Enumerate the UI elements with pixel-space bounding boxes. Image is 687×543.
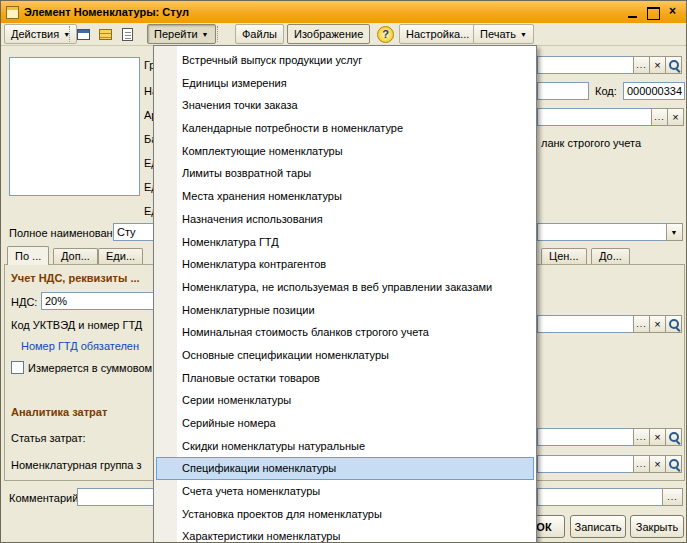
nomenclature-group-label: Номенклатурная группа з [11, 459, 142, 471]
vat-field[interactable]: 20% [41, 292, 156, 310]
form-icon [77, 29, 90, 40]
magnifier-icon [668, 318, 680, 330]
menu-item[interactable]: Номинальная стоимость бланков строгого у… [154, 321, 536, 344]
group-field[interactable] [537, 56, 634, 74]
go-label: Перейти [154, 28, 198, 40]
go-button[interactable]: Перейти ▼ [147, 24, 216, 44]
menu-item[interactable]: Встречный выпуск продукции услуг [154, 49, 536, 72]
actions-button[interactable]: Действия ▼ [4, 24, 77, 44]
comment-label: Комментарий: [9, 492, 81, 504]
clear-button[interactable]: × [649, 428, 666, 446]
tab-additional[interactable]: Доп... [53, 248, 98, 264]
menu-item[interactable]: Основные спецификации номенклатуры [154, 344, 536, 367]
open-button[interactable] [665, 56, 682, 74]
menu-item[interactable]: Единицы измерения [154, 72, 536, 95]
comment-field-right[interactable] [537, 488, 664, 506]
title-bar: Элемент Номенклатуры: Стул × [1, 1, 686, 23]
actions-label: Действия [11, 28, 59, 40]
full-name-field-right[interactable] [537, 223, 668, 241]
tab-units[interactable]: Еди... [98, 248, 143, 264]
comment-field[interactable] [77, 488, 156, 506]
full-name-label: Полное наименование: [9, 227, 128, 239]
sum-accounting-checkbox-label: Измеряется в суммовом [28, 362, 152, 374]
document-icon-button[interactable] [117, 25, 137, 44]
cost-item-field-buttons: ... × [634, 428, 682, 446]
magnifier-icon [668, 59, 680, 71]
open-button[interactable] [665, 455, 682, 473]
choose-button[interactable]: ... [651, 108, 668, 126]
print-button[interactable]: Печать ▼ [473, 24, 534, 44]
choose-button[interactable]: ... [662, 488, 683, 506]
print-label: Печать [480, 28, 516, 40]
settings-button[interactable]: Настройка... [399, 24, 476, 44]
help-button[interactable]: ? [377, 26, 394, 43]
menu-item[interactable]: Места хранения номенклатуры [154, 185, 536, 208]
choose-button[interactable]: ... [633, 56, 650, 74]
clear-button[interactable]: × [649, 455, 666, 473]
image-preview-box[interactable] [9, 57, 140, 196]
tab-extra[interactable]: До... [591, 248, 630, 264]
menu-item[interactable]: Лимиты возвратной тары [154, 162, 536, 185]
strict-accounting-checkbox-label: ланк строгого учета [541, 137, 641, 149]
form-icon-button[interactable] [73, 25, 93, 44]
go-dropdown-menu: Встречный выпуск продукции услуг Единицы… [153, 45, 537, 543]
menu-item[interactable]: Календарные потребности в номенклатуре [154, 117, 536, 140]
image-button[interactable]: Изображение [287, 24, 370, 44]
menu-item[interactable]: Скидки номенклатуры натуральные [154, 435, 536, 458]
chevron-down-icon: ▼ [520, 31, 527, 38]
window: Элемент Номенклатуры: Стул × Действия ▼ … [0, 0, 687, 543]
sum-accounting-checkbox[interactable] [11, 361, 24, 374]
menu-item[interactable]: Значения точки заказа [154, 94, 536, 117]
save-button[interactable]: Записать [570, 515, 626, 538]
menu-item[interactable]: Характеристики номенклатуры [154, 525, 536, 543]
choose-button[interactable]: ... [633, 315, 650, 333]
menu-item[interactable]: Установка проектов для номенклатуры [154, 503, 536, 526]
clear-button[interactable]: × [667, 108, 684, 126]
article-field[interactable] [537, 108, 652, 126]
open-button[interactable] [665, 315, 682, 333]
nomenclature-item-icon [6, 6, 19, 19]
clear-button[interactable]: × [649, 56, 666, 74]
window-title: Элемент Номенклатуры: Стул [24, 6, 624, 18]
menu-item-selected[interactable]: Спецификации номенклатуры [156, 457, 534, 480]
menu-item[interactable]: Номенклатурные позиции [154, 299, 536, 322]
menu-item[interactable]: Номенклатура контрагентов [154, 253, 536, 276]
comment-field-buttons: ... [663, 488, 683, 506]
menu-item[interactable]: Серийные номера [154, 412, 536, 435]
choose-button[interactable]: ... [633, 455, 650, 473]
close-form-button[interactable]: Закрыть [630, 515, 684, 538]
menu-item[interactable]: Номенклатура ГТД [154, 231, 536, 254]
close-button[interactable]: × [664, 5, 681, 20]
tab-prices[interactable]: Цен... [541, 248, 587, 264]
magnifier-icon [668, 431, 680, 443]
gtd-required-link[interactable]: Номер ГТД обязателен [21, 340, 139, 352]
nomenclature-group-field-buttons: ... × [634, 455, 682, 473]
combo-arrow-button[interactable]: ▼ [666, 223, 683, 241]
files-button[interactable]: Файлы [235, 24, 284, 44]
menu-item[interactable]: Назначения использования [154, 208, 536, 231]
code-field[interactable]: 000000334 [623, 82, 685, 100]
toolbar: Действия ▼ Перейти ▼ Файлы Изображение ?… [1, 23, 686, 46]
name-field[interactable] [537, 82, 589, 100]
nomenclature-group-field[interactable] [537, 455, 634, 473]
clear-button[interactable]: × [649, 315, 666, 333]
tab-main[interactable]: По ... [7, 246, 49, 265]
minimize-button[interactable] [624, 5, 641, 20]
menu-item[interactable]: Номенклатура, не используемая в веб упра… [154, 276, 536, 299]
open-button[interactable] [665, 428, 682, 446]
vat-section-header: Учет НДС, реквизиты ... [11, 272, 140, 284]
group-field-buttons: ... × [634, 56, 682, 74]
chevron-down-icon: ▼ [202, 31, 209, 38]
menu-item[interactable]: Серии номенклатуры [154, 389, 536, 412]
menu-item[interactable]: Комплектующие номенклатуры [154, 140, 536, 163]
choose-button[interactable]: ... [633, 428, 650, 446]
cost-item-field[interactable] [537, 428, 634, 446]
article-field-buttons: ... × [652, 108, 684, 126]
code-label: Код: [595, 85, 617, 97]
uktved-field[interactable] [537, 315, 634, 333]
full-name-field[interactable]: Сту [113, 223, 156, 241]
maximize-button[interactable] [644, 5, 661, 20]
menu-item[interactable]: Плановые остатки товаров [154, 367, 536, 390]
menu-item[interactable]: Счета учета номенклатуры [154, 480, 536, 503]
stack-icon-button[interactable] [95, 25, 115, 44]
